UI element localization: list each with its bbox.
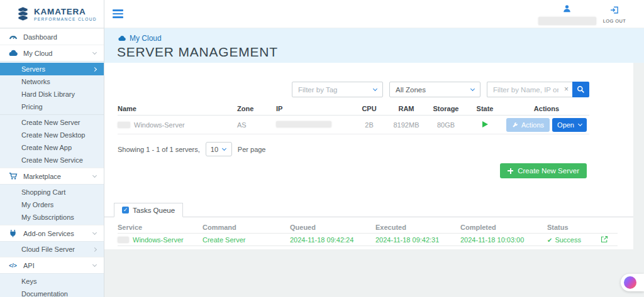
filter-bar: Filter by Tag All Zones × [286, 82, 589, 97]
server-row: Windows-Server AS 2B 8192MB 80GB [118, 116, 589, 134]
server-table-header: Name Zone IP CPU RAM Storage State Actio… [118, 102, 589, 116]
account-name-redacted [538, 17, 596, 25]
task-completed: 2024-11-18 10:03:00 [460, 236, 547, 244]
tasks-queue-header: Service Command Queued Executed Complete… [118, 221, 618, 233]
row-open-button[interactable]: Open [552, 118, 587, 132]
main-content: Filter by Tag All Zones × [104, 63, 644, 297]
per-page-label: Per page [238, 146, 266, 153]
zones-select[interactable]: All Zones [389, 82, 480, 97]
chevron-down-icon [222, 146, 226, 151]
sidebar-item-my-subscriptions[interactable]: My Subscriptions [0, 211, 104, 224]
server-panel: Filter by Tag All Zones × [104, 63, 633, 249]
chevron-down-icon [92, 262, 97, 267]
clear-search-icon[interactable]: × [564, 85, 569, 94]
search-button[interactable] [572, 82, 589, 97]
widget-orb-icon [624, 276, 636, 289]
server-ram: 8192MB [387, 121, 426, 129]
search-input[interactable] [487, 82, 572, 97]
dashboard-gauge-icon [8, 33, 18, 41]
user-icon [563, 4, 571, 13]
server-zone: AS [237, 121, 276, 129]
check-icon: ✔ [547, 237, 552, 244]
page-header: My Cloud SERVER MANAGEMENT [104, 28, 644, 63]
sidebar-item-pricing[interactable]: Pricing [0, 100, 104, 113]
wrench-icon [512, 122, 518, 128]
sidebar-item-dashboard[interactable]: Dashboard [0, 28, 104, 45]
sidebar-item-marketplace[interactable]: Marketplace [0, 168, 104, 184]
server-cpu: 2B [352, 121, 387, 129]
task-service-redacted-prefix [118, 237, 129, 243]
logout-button[interactable]: LOG OUT [599, 5, 630, 24]
task-executed: 2024-11-18 09:42:31 [375, 236, 460, 244]
create-new-server-button[interactable]: Create New Server [500, 163, 587, 178]
breadcrumb[interactable]: My Cloud [118, 34, 162, 43]
sidebar-divider [0, 114, 104, 115]
sidebar-item-create-new-service[interactable]: Create New Service [0, 154, 104, 166]
chevron-down-icon [92, 230, 97, 235]
cart-icon [8, 172, 18, 180]
accessibility-widget-button[interactable] [621, 274, 644, 291]
code-icon: </> [8, 262, 18, 269]
checkbox-checked-icon: ✓ [122, 207, 129, 213]
task-status: ✔Success [547, 236, 591, 244]
cloud-icon [118, 35, 126, 41]
logout-icon [610, 6, 619, 14]
chevron-down-icon [92, 173, 97, 178]
task-row: Windows-Server Create Server 2024-11-18 … [118, 233, 618, 246]
sidebar: KAMATERA PERFORMANCE CLOUD Dashboard My … [0, 0, 104, 297]
server-name-redacted-prefix [118, 122, 130, 128]
chevron-right-icon [92, 67, 97, 71]
page-title: SERVER MANAGEMENT [117, 45, 278, 60]
tasks-queue-tab-bar: ✓ Tasks Queue [104, 203, 633, 217]
sidebar-item-addon-services[interactable]: Add-on Services [0, 225, 104, 241]
server-table: Name Zone IP CPU RAM Storage State Actio… [118, 102, 589, 134]
sidebar-item-cloud-file-server[interactable]: Cloud File Server [0, 243, 104, 256]
sidebar-item-my-orders[interactable]: My Orders [0, 198, 104, 211]
chevron-down-icon [373, 87, 377, 91]
brand-logo[interactable]: KAMATERA PERFORMANCE CLOUD [0, 0, 104, 28]
external-link-icon[interactable] [601, 235, 608, 243]
chevron-right-icon [92, 247, 97, 251]
chevron-down-icon [578, 122, 582, 126]
tab-tasks-queue[interactable]: ✓ Tasks Queue [114, 203, 183, 217]
server-name: Windows-Server [134, 121, 185, 129]
sidebar-item-create-new-app[interactable]: Create New App [0, 141, 104, 154]
sidebar-item-api[interactable]: </> API [0, 257, 104, 273]
brand-name: KAMATERA [34, 7, 97, 16]
hamburger-menu-icon[interactable] [113, 9, 123, 18]
search-icon [577, 85, 585, 94]
task-service: Windows-Server [133, 236, 184, 244]
per-page-select[interactable]: 10 [206, 142, 232, 156]
sidebar-item-networks[interactable]: Networks [0, 75, 104, 88]
sidebar-item-keys[interactable]: Keys [0, 275, 104, 288]
sidebar-item-shopping-cart[interactable]: Shopping Cart [0, 186, 104, 198]
server-storage: 80GB [426, 121, 466, 129]
sidebar-item-hard-disk-library[interactable]: Hard Disk Library [0, 88, 104, 100]
server-ip-redacted [276, 121, 331, 127]
task-command: Create Server [203, 236, 290, 244]
sidebar-item-create-new-desktop[interactable]: Create New Desktop [0, 129, 104, 141]
cloud-icon [8, 50, 18, 57]
top-bar: LOG OUT [104, 0, 644, 28]
account-menu[interactable] [537, 4, 597, 25]
search-field-group: × [487, 82, 589, 97]
sidebar-item-my-cloud[interactable]: My Cloud [0, 45, 104, 61]
pagination: Showing 1 - 1 of 1 servers, 10 Per page [118, 142, 266, 156]
tasks-queue-table: Service Command Queued Executed Complete… [118, 221, 618, 246]
showing-text: Showing 1 - 1 of 1 servers, [118, 146, 200, 153]
sidebar-item-servers[interactable]: Servers [0, 63, 104, 75]
filter-by-tag-select[interactable]: Filter by Tag [292, 82, 383, 97]
sidebar-item-documentation[interactable]: Documentation [0, 288, 104, 297]
row-actions-button[interactable]: Actions [506, 118, 550, 132]
chevron-down-icon [92, 50, 97, 55]
state-running-icon [482, 121, 488, 127]
task-queued: 2024-11-18 09:42:24 [290, 236, 375, 244]
addon-services-icon [8, 229, 18, 237]
sidebar-item-create-new-server[interactable]: Create New Server [0, 116, 104, 129]
plus-icon [508, 168, 513, 174]
kamatera-logo-icon [16, 6, 30, 21]
chevron-down-icon [470, 87, 475, 91]
app-window: KAMATERA PERFORMANCE CLOUD Dashboard My … [0, 0, 644, 297]
brand-tagline: PERFORMANCE CLOUD [34, 17, 97, 21]
